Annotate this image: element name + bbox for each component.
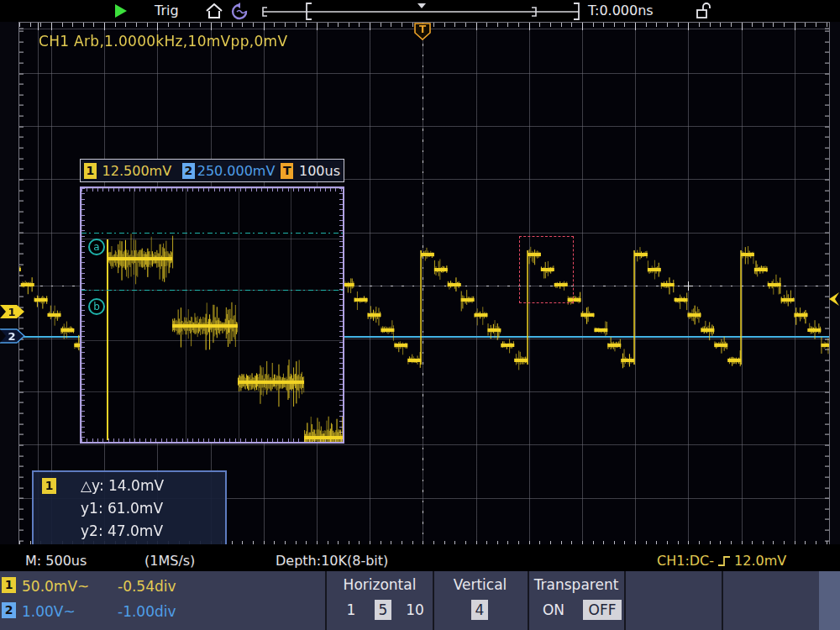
status-bar: M: 500us (1MS/s) Depth:10K(8-bit) CH1:DC… (0, 544, 840, 571)
menu-ch2-badge[interactable]: 2 (2, 602, 16, 618)
trigger-position-marker (417, 3, 426, 8)
transparent-menu-label: Transparent (529, 576, 623, 593)
zoom-window[interactable]: a b (80, 186, 344, 444)
horizontal-option-1[interactable]: 1 (343, 601, 360, 618)
zoom-window-header: 1 12.500mV 2 250.000mV T 100us (80, 159, 344, 182)
trigger-source: CH1:DC- (657, 553, 714, 569)
home-icon[interactable] (205, 3, 223, 19)
top-bar: Trig T:0.000ns (0, 0, 840, 22)
cursor-panel-ch-badge: 1 (42, 478, 56, 494)
zoom-waveform-trace (81, 188, 343, 442)
cursor-y1: y1: 61.0mV (81, 500, 163, 517)
channel-info-readout: CH1 Arb,1.0000kHz,10mVpp,0mV (39, 33, 287, 50)
ch1-badge: 1 (84, 163, 97, 179)
svg-text:1: 1 (8, 306, 15, 318)
cursor-delta-y: △y: 14.0mV (81, 477, 164, 494)
ch2-badge: 2 (182, 163, 195, 179)
menu-separator (624, 571, 626, 630)
zoom-time-scale: 100us (299, 163, 340, 179)
cursor-a-tag[interactable]: a (88, 239, 105, 255)
auto-refresh-icon[interactable] (230, 3, 250, 20)
horizontal-position-bar[interactable] (256, 1, 585, 21)
zoom-ch2-scale: 250.000mV (197, 163, 276, 179)
horizontal-menu-label: Horizontal (327, 576, 433, 593)
zoom-region-outline (519, 236, 574, 303)
svg-text:T: T (419, 24, 427, 35)
transparent-off-option-selected[interactable]: OFF (583, 600, 622, 620)
trigger-horizontal-marker[interactable]: T (414, 23, 431, 40)
svg-text:2: 2 (8, 330, 15, 343)
sample-rate-readout: (1MS/s) (144, 553, 195, 569)
run-play-icon[interactable] (113, 3, 129, 18)
ch2-zero-marker[interactable]: 2 (0, 328, 25, 344)
vertical-menu-label: Vertical (434, 576, 526, 593)
transparent-on-option[interactable]: ON (539, 601, 568, 618)
ch2-offset-readout: -1.00div (118, 603, 176, 620)
cursor-b-tag[interactable]: b (88, 298, 105, 315)
horizontal-option-5-selected[interactable]: 5 (375, 600, 391, 620)
vertical-value-selected[interactable]: 4 (471, 600, 488, 620)
trigger-level-marker[interactable] (825, 291, 840, 307)
oscilloscope-screen: Trig T:0.000ns (0, 0, 840, 630)
time-badge: T (281, 163, 293, 179)
bottom-menu-bar: 1 50.0mV~ -0.54div 2 1.00V~ -1.00div Hor… (0, 571, 840, 630)
trigger-level-readout: 12.0mV (734, 553, 786, 569)
ch1-offset-readout: -0.54div (118, 578, 176, 595)
ch2-scale-readout: 1.00V~ (22, 603, 76, 620)
trigger-status-readout: CH1:DC- 12.0mV (657, 553, 786, 569)
cursor-measure-panel[interactable]: 1 △y: 14.0mV y1: 61.0mV y2: 47.0mV (32, 470, 227, 548)
cursor-b-line[interactable] (81, 290, 343, 291)
trigger-mode-label: Trig (155, 3, 179, 18)
menu-side-strip (819, 571, 840, 630)
rising-edge-icon (717, 554, 731, 568)
zoom-ch1-scale: 12.500mV (102, 163, 172, 179)
timebase-readout: M: 500us (25, 553, 87, 569)
horizontal-option-10[interactable]: 10 (403, 601, 427, 618)
trigger-time-readout: T:0.000ns (588, 3, 654, 18)
depth-readout: Depth:10K(8-bit) (276, 553, 388, 569)
menu-ch1-badge[interactable]: 1 (2, 577, 16, 593)
cursor-a-line[interactable] (81, 233, 343, 234)
ch1-scale-readout: 50.0mV~ (22, 578, 89, 595)
cursor-y2: y2: 47.0mV (81, 522, 163, 539)
ch1-zero-marker[interactable]: 1 (0, 303, 25, 320)
unlock-icon[interactable] (696, 3, 711, 19)
menu-separator (722, 571, 723, 630)
